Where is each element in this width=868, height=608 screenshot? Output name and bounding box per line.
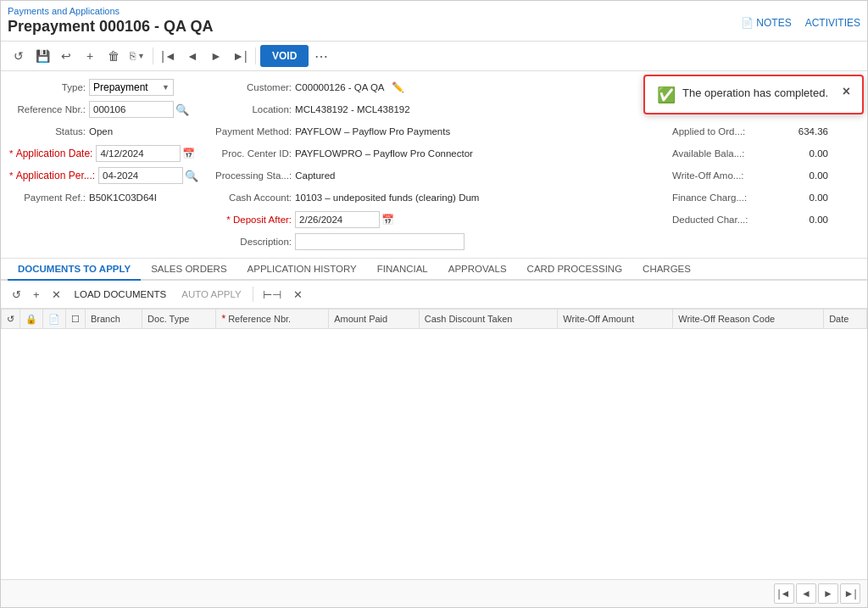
pay-method-label: Payment Method: <box>215 126 292 137</box>
bottom-nav: |◄ ◄ ► ►| <box>1 579 867 607</box>
finance-label: Finance Charg...: <box>672 192 774 203</box>
tab-charges[interactable]: CHARGES <box>632 259 701 281</box>
sub-add-button[interactable]: + <box>29 284 44 304</box>
customer-label: Customer: <box>215 82 292 92</box>
deposit-after-row: * Deposit After: 📅 <box>215 210 655 229</box>
pay-ref-label: Payment Ref.: <box>9 192 86 203</box>
copy-icon: ⎘ <box>130 50 136 62</box>
ref-search-icon[interactable]: 🔍 <box>175 103 189 116</box>
deducted-value: 0.00 <box>777 215 828 225</box>
location-row: Location: MCL438192 - MCL438192 <box>215 100 655 119</box>
col-writeoff-amount-header: Write-Off Amount <box>558 310 673 329</box>
proc-status-label: Processing Sta...: <box>215 170 292 181</box>
col-ref-nbr-header: * Reference Nbr. <box>216 310 329 329</box>
app-period-search-icon[interactable]: 🔍 <box>185 170 198 182</box>
prev-nav-button[interactable]: ◄ <box>181 45 203 67</box>
notification-message: The operation has completed. <box>682 85 836 102</box>
app-period-row: * Application Per...: 🔍 <box>9 166 198 185</box>
finance-value: 0.00 <box>777 192 828 203</box>
cash-account-row: Cash Account: 10103 – undeposited funds … <box>215 188 655 207</box>
pay-ref-value: B50K1C03D64I <box>89 192 157 203</box>
status-label: Status: <box>9 126 86 137</box>
add-button[interactable]: + <box>79 45 101 67</box>
location-value: MCL438192 - MCL438192 <box>295 104 410 114</box>
notes-icon: 📄 <box>741 17 754 29</box>
deducted-label: Deducted Char...: <box>672 215 774 225</box>
last-nav-button[interactable]: ►| <box>229 45 251 67</box>
copy-dropdown-arrow[interactable]: ▼ <box>137 52 145 60</box>
ref-row: Reference Nbr.: 🔍 <box>9 100 198 119</box>
type-dropdown[interactable]: Prepayment ▼ <box>89 79 174 96</box>
bottom-next-button[interactable]: ► <box>818 583 838 604</box>
sub-delete-button[interactable]: ✕ <box>47 284 65 304</box>
tab-financial[interactable]: FINANCIAL <box>367 259 438 281</box>
avail-bal-value: 0.00 <box>777 148 828 159</box>
delete-button[interactable]: 🗑 <box>103 45 125 67</box>
app-period-group: 🔍 <box>98 167 198 184</box>
col-check-header: ☐ <box>66 310 86 329</box>
clear-filter-button[interactable]: ✕ <box>289 284 307 304</box>
writeoff-row: Write-Off Amo...: 0.00 <box>672 166 859 185</box>
app-period-label: * Application Per...: <box>9 170 95 181</box>
bottom-prev-button[interactable]: ◄ <box>796 583 816 604</box>
notes-link[interactable]: 📄 NOTES <box>741 17 791 29</box>
first-nav-button[interactable]: |◄ <box>158 45 180 67</box>
deposit-after-group: 📅 <box>295 211 394 228</box>
more-options-button[interactable]: ⋯ <box>310 45 332 67</box>
notification-close-button[interactable]: × <box>843 85 850 98</box>
sub-refresh-button[interactable]: ↺ <box>8 284 25 304</box>
header-top-right: 📄 NOTES ACTIVITIES <box>741 17 860 29</box>
app-container: Payments and Applications Prepayment 000… <box>0 0 868 608</box>
ref-label: Reference Nbr.: <box>9 104 86 114</box>
writeoff-value: 0.00 <box>777 170 828 181</box>
type-row: Type: Prepayment ▼ <box>9 78 198 97</box>
toolbar-separator-1 <box>153 47 153 64</box>
bottom-last-button[interactable]: ►| <box>840 583 860 604</box>
tab-documents-to-apply[interactable]: DOCUMENTS TO APPLY <box>8 259 141 281</box>
deposit-after-label: * Deposit After: <box>215 215 292 225</box>
ref-input[interactable] <box>89 101 174 118</box>
form-middle-column: Customer: C00000126 - QA QA ✏️ Location:… <box>215 78 655 251</box>
deducted-row: Deducted Char...: 0.00 <box>672 210 859 229</box>
next-nav-button[interactable]: ► <box>205 45 227 67</box>
col-cash-discount-header: Cash Discount Taken <box>419 310 558 329</box>
ref-input-group: 🔍 <box>89 101 189 118</box>
form-left-column: Type: Prepayment ▼ Reference Nbr.: 🔍 Sta… <box>9 78 198 251</box>
col-lock-header: 🔒 <box>20 310 43 329</box>
app-date-group: 📅 <box>96 145 195 162</box>
main-content: ✅ The operation has completed. × Type: P… <box>1 71 867 607</box>
bottom-first-button[interactable]: |◄ <box>774 583 794 604</box>
description-input[interactable] <box>295 233 465 250</box>
customer-edit-icon[interactable]: ✏️ <box>392 81 404 93</box>
proc-center-value: PAYFLOWPRO – Payflow Pro Connector <box>295 148 473 159</box>
type-dropdown-arrow: ▼ <box>162 83 170 92</box>
tab-application-history[interactable]: APPLICATION HISTORY <box>237 259 367 281</box>
app-date-input[interactable] <box>96 145 181 162</box>
documents-table: ↺ 🔒 📄 ☐ Branch Doc. Type * Reference Nbr… <box>1 309 867 329</box>
app-period-input[interactable] <box>98 167 183 184</box>
refresh-button[interactable]: ↺ <box>8 45 30 67</box>
pay-method-row: Payment Method: PAYFLOW – Payflow Pro Pa… <box>215 122 655 141</box>
deposit-after-input[interactable] <box>295 211 380 228</box>
activities-link[interactable]: ACTIVITIES <box>805 17 860 29</box>
tab-sales-orders[interactable]: SALES ORDERS <box>141 259 236 281</box>
tab-card-processing[interactable]: CARD PROCESSING <box>517 259 632 281</box>
copy-button[interactable]: ⎘ ▼ <box>126 45 148 67</box>
load-documents-button[interactable]: LOAD DOCUMENTS <box>69 284 173 304</box>
auto-apply-button[interactable]: AUTO APPLY <box>175 284 248 304</box>
fit-columns-button[interactable]: ⊢⊣ <box>259 284 286 304</box>
tab-approvals[interactable]: APPROVALS <box>438 259 517 281</box>
proc-center-row: Proc. Center ID: PAYFLOWPRO – Payflow Pr… <box>215 144 655 163</box>
finance-row: Finance Charg...: 0.00 <box>672 188 859 207</box>
breadcrumb[interactable]: Payments and Applications <box>8 6 213 16</box>
cash-account-label: Cash Account: <box>215 192 292 203</box>
sub-separator <box>253 287 253 302</box>
writeoff-label: Write-Off Amo...: <box>672 170 774 181</box>
documents-table-container: ↺ 🔒 📄 ☐ Branch Doc. Type * Reference Nbr… <box>1 309 867 579</box>
void-button[interactable]: VOID <box>260 45 309 67</box>
undo-button[interactable]: ↩ <box>55 45 77 67</box>
app-date-calendar-icon[interactable]: 📅 <box>182 148 195 159</box>
save-button[interactable]: 💾 <box>31 45 53 67</box>
deposit-after-calendar-icon[interactable]: 📅 <box>381 214 394 226</box>
applied-ord-row: Applied to Ord...: 634.36 <box>672 122 859 141</box>
